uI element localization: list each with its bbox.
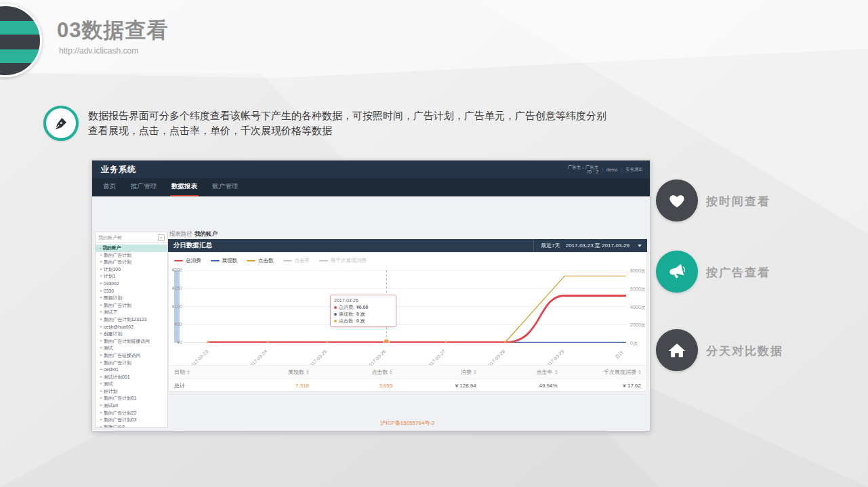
table-cell: 49.94% [482, 383, 563, 389]
y-axis-right-label: 8000次 [630, 268, 650, 274]
tree-toggle-icon[interactable]: + [100, 396, 102, 400]
tree-toggle-icon[interactable]: + [100, 259, 102, 264]
tree-toggle-icon[interactable]: + [100, 425, 102, 428]
tooltip-series-dot [334, 313, 337, 316]
tree-item[interactable]: +新的广告计划22 [96, 410, 167, 417]
tree-toggle-icon[interactable]: + [100, 295, 102, 300]
tree-item[interactable]: +熊猫计划 [96, 295, 167, 302]
tree-item[interactable]: +新建广告8 [96, 424, 167, 428]
tree-toggle-icon[interactable]: + [100, 324, 102, 329]
table-header-cell[interactable]: 展现数 [231, 368, 314, 376]
tree-toggle-icon[interactable]: + [100, 253, 102, 257]
table-header-cell[interactable]: 千次展现消费 [563, 368, 646, 376]
tree-toggle-icon[interactable]: + [100, 353, 102, 358]
date-range-filter[interactable]: 最近7天 2017-03-23 至 2017-03-29 [533, 239, 647, 252]
page-title: 03数据查看 [57, 16, 168, 45]
collapse-sidebar-button[interactable]: « [158, 234, 165, 241]
range-preset-label: 最近7天 [541, 242, 560, 249]
legend-item-4[interactable]: 每千次展现消费 [319, 257, 367, 264]
nav-item-3[interactable]: 账户管理 [211, 182, 239, 196]
tree-toggle-icon[interactable]: - [100, 245, 101, 250]
legend-item-0[interactable]: 总消费 [174, 257, 201, 264]
tree-item[interactable]: +计划1 [96, 273, 167, 280]
sort-icon [474, 370, 476, 375]
tree-toggle-icon[interactable]: + [100, 389, 102, 394]
logout-link[interactable]: 安全退出 [625, 167, 643, 173]
sort-up-arrow [474, 370, 476, 372]
y-axis-label: ¥200 [169, 268, 182, 272]
summary-table: 日期展现数点击数消费点击率千次展现消费 总计7,3183,655¥ 128.94… [169, 365, 646, 391]
data-point-marker [266, 341, 269, 343]
tree-item[interactable]: +新的广告计划 [96, 302, 167, 310]
tree-toggle-icon[interactable]: + [100, 267, 102, 272]
nav-item-1[interactable]: 推广管理 [129, 182, 158, 196]
data-point-marker [445, 341, 447, 343]
daily-summary-chart: 总消费展现数点击数点击率每千次展现消费 2017-03-26 总消费: ¥0.0… [169, 253, 646, 365]
tree-toggle-icon[interactable]: + [100, 303, 102, 308]
tree-toggle-icon[interactable]: + [100, 289, 102, 293]
tree-item[interactable]: +测试 [96, 381, 167, 388]
tree-toggle-icon[interactable]: + [100, 331, 102, 336]
tree-toggle-icon[interactable]: + [100, 410, 102, 415]
tree-toggle-icon[interactable]: + [100, 345, 102, 350]
legend-label: 每千次展现消费 [331, 257, 367, 264]
tree-toggle-icon[interactable]: + [100, 310, 102, 314]
username-link[interactable]: demo [606, 167, 617, 172]
tree-item[interactable]: +新的广告链接访问 [96, 352, 167, 360]
tree-item[interactable]: +0330 [96, 288, 167, 295]
tree-toggle-icon[interactable]: + [100, 360, 102, 365]
tree-item[interactable]: +测试下 [96, 309, 167, 316]
tree-toggle-icon[interactable]: + [100, 274, 102, 278]
tree-item-label: 新的广告计划 [104, 253, 131, 257]
tree-item[interactable]: +新的广告计划 [96, 360, 167, 367]
pen-nib-icon [43, 106, 79, 141]
tree-item[interactable]: +033002 [96, 280, 167, 288]
y-axis-label: ¥150 [169, 286, 182, 291]
tree-item[interactable]: +新的广告计划03 [96, 417, 167, 424]
table-header-cell[interactable]: 点击率 [482, 368, 563, 376]
tree-item[interactable]: +cesh01 [96, 366, 167, 374]
tree-item[interactable]: +好计划 [96, 388, 167, 396]
heart-icon [667, 190, 687, 211]
table-header-cell[interactable]: 消费 [398, 368, 481, 376]
legend-item-1[interactable]: 展现数 [211, 257, 238, 264]
tree-item-label: 好计划 [104, 389, 117, 394]
nav-item-2[interactable]: 数据报表 [170, 182, 199, 196]
tree-item[interactable]: +新的广告计划123123 [96, 316, 167, 324]
tree-toggle-icon[interactable]: + [100, 417, 102, 422]
tree-toggle-icon[interactable]: + [100, 281, 102, 286]
nav-item-0[interactable]: 首页 [102, 182, 117, 196]
tree-item[interactable]: +cesh@hua002 [96, 324, 167, 331]
tree-toggle-icon[interactable]: + [100, 403, 102, 408]
tree-toggle-icon[interactable]: + [100, 317, 102, 322]
tree-item[interactable]: +新的广告计划链接访问 [96, 338, 167, 345]
y-axis-right-label: 4000次 [630, 304, 650, 311]
legend-item-3[interactable]: 点击率 [283, 257, 310, 264]
legend-item-2[interactable]: 点击数 [247, 257, 274, 264]
tree-item[interactable]: +新的广告计划01 [96, 395, 167, 402]
tree-item[interactable]: +测试url [96, 402, 167, 410]
tooltip-value: 0 次 [356, 311, 365, 318]
sort-down-arrow [306, 373, 309, 375]
tree-item[interactable]: +新的广告计划 [96, 259, 167, 266]
icp-footer-link[interactable]: 沪ICP备15055784号-2 [169, 419, 646, 427]
sort-icon [638, 370, 641, 375]
tree-item[interactable]: +测试 [96, 345, 167, 352]
tree-toggle-icon[interactable]: + [100, 375, 102, 379]
series-line-总消费 [209, 296, 627, 343]
tree-toggle-icon[interactable]: + [100, 339, 102, 343]
app-content: 我的账户树 « -我的账户+新的广告计划+新的广告计划+计划100+计划1+03… [92, 196, 650, 431]
tree-toggle-icon[interactable]: + [100, 367, 102, 372]
tree-item-label: 创建计划 [104, 331, 122, 336]
table-header-cell[interactable]: 点击数 [314, 368, 398, 376]
tree-item[interactable]: +计划100 [96, 266, 167, 274]
tree-item[interactable]: +创建计划 [96, 331, 167, 338]
tree-item[interactable]: +测试计划001 [96, 374, 167, 381]
sort-up-arrow [390, 370, 392, 372]
tree-toggle-icon[interactable]: + [100, 381, 102, 386]
tree-item[interactable]: +新的广告计划 [96, 252, 167, 259]
table-header-cell[interactable]: 日期 [169, 368, 231, 376]
tree-item[interactable]: -我的账户 [96, 245, 167, 252]
legend-label: 点击率 [295, 257, 310, 264]
breadcrumb-current[interactable]: 我的账户 [194, 230, 218, 237]
